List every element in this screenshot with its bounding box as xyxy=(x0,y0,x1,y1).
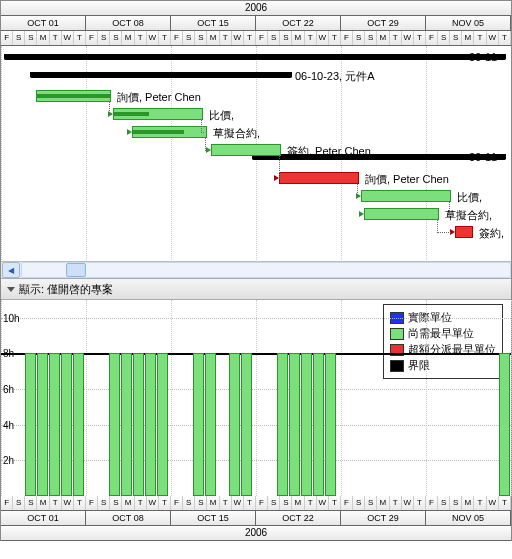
dependency-arrow-icon xyxy=(127,129,132,135)
bar-label: 06-10-23, 元件A xyxy=(295,69,374,84)
day-cell: M xyxy=(122,496,134,510)
day-cell: T xyxy=(50,496,62,510)
summary-bar[interactable] xyxy=(5,54,505,60)
day-cell: F xyxy=(341,496,353,510)
day-cell: S xyxy=(110,496,122,510)
bar-label: 比價, xyxy=(209,108,234,123)
legend-swatch xyxy=(390,328,404,340)
gantt-body[interactable]: 06-11-06-10-23, 元件A06-11-詢價, Peter Chen比… xyxy=(1,46,511,261)
day-cell: T xyxy=(414,31,426,45)
histogram-bar[interactable] xyxy=(109,353,120,496)
legend-item: 界限 xyxy=(390,358,496,373)
bar-label: 06-11- xyxy=(469,51,501,63)
histogram-bar[interactable] xyxy=(229,353,240,496)
day-cell: T xyxy=(390,31,402,45)
histogram-bar[interactable] xyxy=(499,353,510,496)
bar-label: 草擬合約, xyxy=(445,208,492,223)
histogram-bar[interactable] xyxy=(241,353,252,496)
legend-item: 尚需最早單位 xyxy=(390,326,496,341)
histogram-bar[interactable] xyxy=(37,353,48,496)
day-cell: T xyxy=(159,31,171,45)
histogram-bar[interactable] xyxy=(25,353,36,496)
summary-bar[interactable] xyxy=(31,72,291,78)
histogram-bar[interactable] xyxy=(121,353,132,496)
day-cell: S xyxy=(13,496,25,510)
scroll-left-button[interactable]: ◀ xyxy=(2,262,20,278)
day-cell: W xyxy=(147,496,159,510)
histogram-bar[interactable] xyxy=(277,353,288,496)
day-cell: M xyxy=(462,31,474,45)
section-header[interactable]: 顯示: 僅開啓的專案 xyxy=(1,278,511,300)
day-cell: S xyxy=(365,496,377,510)
task-bar[interactable] xyxy=(132,126,207,138)
day-cell: W xyxy=(62,31,74,45)
task-bar[interactable] xyxy=(279,172,359,184)
year-row: 2006 xyxy=(1,526,511,541)
histogram-bar[interactable] xyxy=(145,353,156,496)
day-cell: M xyxy=(207,496,219,510)
day-cell: S xyxy=(195,31,207,45)
bar-label: 詢價, Peter Chen xyxy=(365,172,449,187)
day-cell: S xyxy=(365,31,377,45)
day-cell: T xyxy=(220,31,232,45)
task-bar[interactable] xyxy=(113,108,203,120)
day-cell: M xyxy=(377,496,389,510)
task-bar[interactable] xyxy=(36,90,111,102)
day-cell: S xyxy=(183,31,195,45)
bar-label: 06-11- xyxy=(469,151,501,163)
day-cell: W xyxy=(147,31,159,45)
task-bar[interactable] xyxy=(455,226,473,238)
scroll-thumb[interactable] xyxy=(66,263,86,277)
bar-label: 簽約, xyxy=(479,226,504,241)
bar-label: 比價, xyxy=(457,190,482,205)
day-cell: T xyxy=(499,496,511,510)
task-bar[interactable] xyxy=(211,144,281,156)
day-cell: S xyxy=(25,496,37,510)
y-tick-label: 2h xyxy=(3,455,14,466)
week-row: OCT 01OCT 08OCT 15OCT 22OCT 29NOV 05 xyxy=(1,16,511,31)
week-cell: OCT 08 xyxy=(86,511,171,525)
week-cell: NOV 05 xyxy=(426,16,511,30)
day-cell: M xyxy=(207,31,219,45)
week-cell: OCT 01 xyxy=(1,16,86,30)
day-cell: F xyxy=(256,496,268,510)
histogram-bar[interactable] xyxy=(193,353,204,496)
histogram-bar[interactable] xyxy=(49,353,60,496)
histogram-bar[interactable] xyxy=(289,353,300,496)
dependency-arrow-icon xyxy=(359,211,364,217)
y-tick-label: 10h xyxy=(3,312,20,323)
day-cell: T xyxy=(244,496,256,510)
histogram-bar[interactable] xyxy=(61,353,72,496)
day-cell: S xyxy=(195,496,207,510)
histogram-bar[interactable] xyxy=(313,353,324,496)
scroll-track[interactable] xyxy=(21,262,511,278)
histogram-bar[interactable] xyxy=(73,353,84,496)
day-cell: T xyxy=(499,31,511,45)
week-cell: OCT 29 xyxy=(341,16,426,30)
day-cell: M xyxy=(122,31,134,45)
task-bar[interactable] xyxy=(361,190,451,202)
horizontal-scrollbar[interactable]: ◀ xyxy=(1,261,511,278)
histogram-bar[interactable] xyxy=(205,353,216,496)
day-cell: T xyxy=(74,496,86,510)
day-cell: T xyxy=(220,496,232,510)
day-cell: T xyxy=(305,496,317,510)
day-cell: T xyxy=(329,496,341,510)
histogram-body[interactable]: 實際單位尚需最早單位超額分派最早單位界限 2h4h6h8h10h xyxy=(1,300,511,496)
histogram-bar[interactable] xyxy=(301,353,312,496)
day-cell: S xyxy=(268,31,280,45)
gantt-timescale: 2006 OCT 01OCT 08OCT 15OCT 22OCT 29NOV 0… xyxy=(1,1,511,46)
bar-label: 草擬合約, xyxy=(213,126,260,141)
day-cell: T xyxy=(50,31,62,45)
histogram-bar[interactable] xyxy=(157,353,168,496)
day-cell: S xyxy=(280,496,292,510)
day-cell: W xyxy=(317,496,329,510)
day-row: FSSMTWTFSSMTWTFSSMTWTFSSMTWTFSSMTWTFSSMT… xyxy=(1,496,511,511)
histogram-bar[interactable] xyxy=(133,353,144,496)
day-cell: F xyxy=(86,31,98,45)
histogram-bar[interactable] xyxy=(325,353,336,496)
day-cell: T xyxy=(414,496,426,510)
task-bar[interactable] xyxy=(364,208,439,220)
day-cell: W xyxy=(232,496,244,510)
day-cell: M xyxy=(37,496,49,510)
